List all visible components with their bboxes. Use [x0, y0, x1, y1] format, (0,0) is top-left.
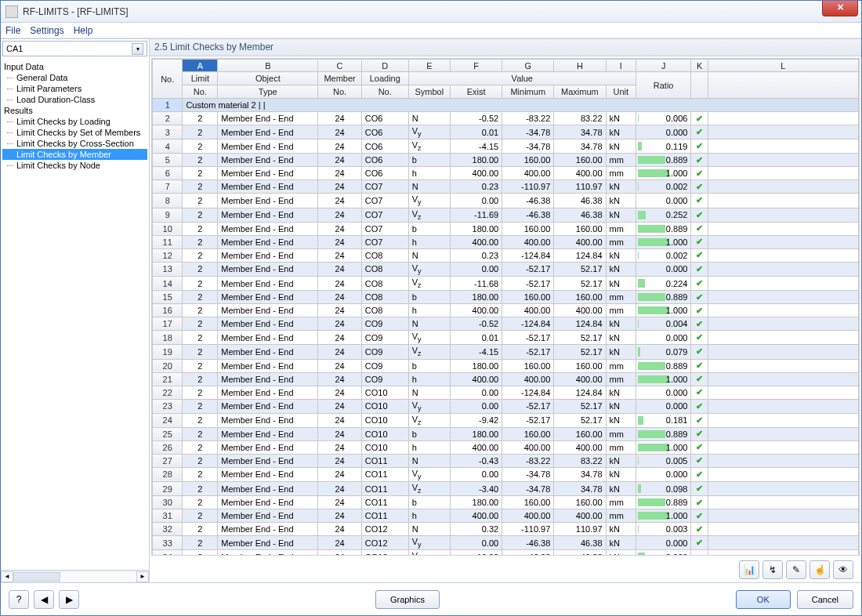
cell[interactable]: -52.17	[502, 399, 554, 413]
cell[interactable]: kN	[606, 248, 636, 262]
cell[interactable]: Member End - End	[218, 208, 318, 222]
ratio-cell[interactable]: 0.000	[636, 386, 690, 399]
cell[interactable]: mm	[606, 496, 636, 509]
col-header[interactable]: Symbol	[408, 85, 450, 99]
cell[interactable]: CO8	[361, 262, 408, 276]
cell[interactable]: 13	[153, 262, 183, 276]
cell[interactable]: 0.00	[451, 262, 502, 276]
cell[interactable]: 2	[183, 304, 218, 317]
cell[interactable]: 2	[183, 386, 218, 399]
col-letter[interactable]: G	[502, 60, 554, 72]
tree-item[interactable]: Results	[2, 105, 147, 116]
cell[interactable]: 34.78	[554, 125, 606, 140]
cell[interactable]: 24	[318, 359, 362, 372]
ratio-cell[interactable]: 0.181	[636, 413, 690, 427]
cell[interactable]: h	[408, 440, 450, 454]
cell[interactable]: CO10	[361, 440, 408, 454]
cell[interactable]: 19	[153, 345, 183, 359]
cell[interactable]: mm	[606, 359, 636, 372]
cell[interactable]: Vy	[408, 194, 450, 208]
cell[interactable]: 24	[318, 317, 362, 331]
col-header[interactable]: Member	[318, 72, 362, 85]
ratio-cell[interactable]: 0.000	[636, 194, 690, 208]
cell[interactable]: -52.17	[502, 262, 554, 276]
table-row[interactable]: 62Member End - End24CO6h400.00400.00400.…	[153, 167, 859, 180]
cell[interactable]: 24	[318, 167, 362, 180]
ratio-cell[interactable]: 0.002	[636, 248, 690, 262]
cell[interactable]	[708, 304, 858, 317]
cell[interactable]: b	[408, 291, 450, 304]
cell[interactable]: 2	[183, 550, 218, 556]
cell[interactable]	[708, 140, 858, 154]
cell[interactable]: mm	[606, 222, 636, 235]
cell[interactable]: -52.17	[502, 276, 554, 290]
cell[interactable]: 24	[318, 262, 362, 276]
cell[interactable]: Vz	[408, 413, 450, 427]
toolbar-button-2[interactable]: ✎	[786, 560, 806, 579]
cell[interactable]: kN	[606, 125, 636, 140]
tree-item[interactable]: Limit Parameters	[2, 83, 147, 94]
col-letter[interactable]: F	[451, 60, 502, 72]
cell[interactable]: 160.00	[554, 427, 606, 440]
cell[interactable]: CO10	[361, 427, 408, 440]
cell[interactable]: 46.38	[554, 550, 606, 556]
cell[interactable]: 160.00	[502, 291, 554, 304]
cell[interactable]: CO9	[361, 345, 408, 359]
cell[interactable]: -124.84	[502, 386, 554, 399]
cell[interactable]: mm	[606, 235, 636, 248]
table-row[interactable]: 32Member End - End24CO6Vy0.01-34.7834.78…	[153, 125, 859, 140]
table-row[interactable]: 332Member End - End24CO12Vy0.00-46.3846.…	[153, 536, 859, 550]
cell[interactable]: 32	[153, 523, 183, 536]
cell[interactable]: -46.38	[502, 536, 554, 550]
cell[interactable]: 16	[153, 304, 183, 317]
cell[interactable]: kN	[606, 194, 636, 208]
cell[interactable]: 25	[153, 427, 183, 440]
cell[interactable]: 24	[318, 523, 362, 536]
cell[interactable]: 24	[318, 235, 362, 248]
cell[interactable]	[708, 496, 858, 509]
table-row[interactable]: 322Member End - End24CO12N0.32-110.97110…	[153, 523, 859, 536]
cell[interactable]: 160.00	[502, 427, 554, 440]
ratio-cell[interactable]: 1.000	[636, 440, 690, 454]
cell[interactable]: 24	[318, 467, 362, 481]
cell[interactable]: -9.42	[451, 413, 502, 427]
cell[interactable]: 400.00	[502, 235, 554, 248]
cell[interactable]: kN	[606, 550, 636, 556]
cell[interactable]: Member End - End	[218, 440, 318, 454]
cell[interactable]: kN	[606, 536, 636, 550]
table-row[interactable]: 312Member End - End24CO11h400.00400.0040…	[153, 509, 859, 523]
cell[interactable]: 0.00	[451, 536, 502, 550]
toolbar-button-0[interactable]: 📊	[739, 560, 759, 579]
table-row[interactable]: 242Member End - End24CO10Vz-9.42-52.1752…	[153, 413, 859, 427]
ratio-cell[interactable]: 0.000	[636, 399, 690, 413]
nav-next-button[interactable]: ▶	[59, 590, 79, 609]
cancel-button[interactable]: Cancel	[797, 590, 853, 609]
ratio-cell[interactable]: 1.000	[636, 167, 690, 180]
cell[interactable]: Member End - End	[218, 536, 318, 550]
table-row[interactable]: 92Member End - End24CO7Vz-11.69-46.3846.…	[153, 208, 859, 222]
ratio-cell[interactable]: 1.000	[636, 235, 690, 248]
cell[interactable]: kN	[606, 399, 636, 413]
cell[interactable]: kN	[606, 331, 636, 345]
cell[interactable]: kN	[606, 454, 636, 467]
ratio-cell[interactable]: 1.000	[636, 372, 690, 386]
col-letter[interactable]: L	[708, 60, 858, 72]
cell[interactable]: -11.69	[451, 208, 502, 222]
tree-item[interactable]: General Data	[2, 72, 147, 83]
cell[interactable]: 2	[183, 112, 218, 125]
cell[interactable]: N	[408, 386, 450, 399]
cell[interactable]: 2	[183, 372, 218, 386]
cell[interactable]: 52.17	[554, 262, 606, 276]
row-header[interactable]: 1	[153, 99, 183, 112]
scroll-left-icon[interactable]: ◄	[1, 571, 13, 582]
col-letter[interactable]: I	[606, 60, 636, 72]
cell[interactable]	[708, 317, 858, 331]
col-letter[interactable]: C	[318, 60, 362, 72]
cell[interactable]: Vz	[408, 276, 450, 290]
cell[interactable]: 24	[318, 413, 362, 427]
cell[interactable]: 180.00	[451, 222, 502, 235]
table-row[interactable]: 202Member End - End24CO9b180.00160.00160…	[153, 359, 859, 372]
ratio-cell[interactable]: 0.889	[636, 291, 690, 304]
col-header[interactable]: Limit	[183, 72, 218, 85]
cell[interactable]: N	[408, 248, 450, 262]
